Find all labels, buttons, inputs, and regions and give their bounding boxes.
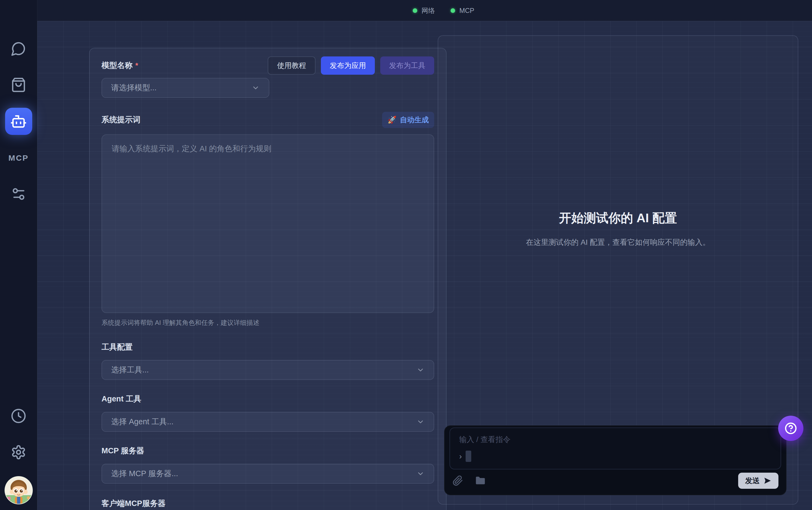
chat-empty-subtitle: 在这里测试你的 AI 配置，查看它如何响应不同的输入。: [438, 237, 798, 248]
user-avatar[interactable]: [5, 476, 33, 504]
mcp-status: MCP: [451, 7, 475, 15]
chevron-down-icon: [417, 470, 424, 478]
publish-as-app-button[interactable]: 发布为应用: [321, 56, 375, 75]
mcp-server-select[interactable]: 选择 MCP 服务器...: [101, 464, 434, 484]
test-chat-panel: 开始测试你的 AI 配置 在这里测试你的 AI 配置，查看它如何响应不同的输入。…: [438, 35, 798, 505]
agent-config-card: 模型名称* 使用教程 发布为应用 发布为工具 请选择模型... 系统提示词 🚀 …: [89, 48, 447, 510]
chat-empty-title: 开始测试你的 AI 配置: [438, 210, 798, 227]
message-circle-icon: [11, 41, 26, 56]
rocket-icon: 🚀: [388, 116, 397, 124]
sidebar: MCP: [0, 0, 37, 510]
publish-as-tool-button[interactable]: 发布为工具: [380, 56, 434, 75]
system-prompt-label: 系统提示词: [101, 114, 141, 125]
tools-select[interactable]: 选择工具...: [101, 360, 434, 380]
text-cursor: [465, 451, 471, 462]
gear-icon: [11, 445, 26, 460]
settings-nav-button[interactable]: [11, 445, 26, 460]
client-mcp-server-label: 客户端MCP服务器: [101, 498, 434, 509]
agent-tools-label: Agent 工具: [101, 394, 434, 404]
open-folder-button[interactable]: [475, 475, 486, 486]
mcp-status-dot: [451, 8, 455, 13]
chat-empty-state: 开始测试你的 AI 配置 在这里测试你的 AI 配置，查看它如何响应不同的输入。: [438, 210, 798, 248]
chevron-down-icon: [251, 84, 260, 92]
mcp-settings-nav-button[interactable]: [11, 186, 26, 202]
system-prompt-textarea[interactable]: [101, 134, 434, 313]
terminal-prompt-line: ›: [459, 451, 772, 462]
tutorial-button[interactable]: 使用教程: [268, 56, 315, 75]
robot-icon: [10, 113, 27, 130]
auto-generate-label: 自动生成: [400, 115, 429, 125]
history-nav-button[interactable]: [11, 408, 26, 424]
help-fab-button[interactable]: [778, 416, 804, 441]
tools-config-label: 工具配置: [101, 342, 434, 352]
mcp-status-label: MCP: [459, 7, 475, 15]
sidebar-mcp-label: MCP: [8, 153, 29, 163]
chat-input-placeholder: 输入 / 查看指令: [459, 434, 772, 445]
tools-select-placeholder: 选择工具...: [111, 365, 149, 375]
sliders-icon: [11, 186, 26, 202]
store-nav-button[interactable]: [11, 77, 26, 93]
top-status-bar: 网络 MCP: [37, 0, 812, 21]
chat-toolbar: 发送: [450, 473, 781, 489]
send-button-label: 发送: [745, 476, 760, 486]
attach-file-button[interactable]: [452, 475, 463, 486]
mcp-server-select-placeholder: 选择 MCP 服务器...: [111, 469, 178, 479]
folder-icon: [475, 475, 486, 486]
chat-nav-button[interactable]: [11, 41, 26, 56]
model-select[interactable]: 请选择模型...: [101, 78, 269, 98]
chat-input-container: 输入 / 查看指令 › 发送: [444, 425, 786, 495]
send-icon: [763, 477, 772, 485]
prompt-chevron: ›: [459, 452, 462, 460]
agent-builder-nav-button-active[interactable]: [5, 108, 32, 135]
network-status-dot: [413, 8, 417, 13]
mcp-server-label: MCP 服务器: [101, 446, 434, 456]
help-icon: [784, 422, 798, 435]
send-button[interactable]: 发送: [738, 473, 778, 489]
auto-generate-button[interactable]: 🚀 自动生成: [382, 112, 434, 128]
model-name-label: 模型名称*: [101, 60, 138, 71]
required-asterisk: *: [136, 61, 138, 69]
chevron-down-icon: [417, 366, 424, 374]
chevron-down-icon: [417, 418, 424, 426]
main-content-area: 模型名称* 使用教程 发布为应用 发布为工具 请选择模型... 系统提示词 🚀 …: [37, 21, 812, 510]
shopping-bag-icon: [11, 77, 26, 93]
system-prompt-helper-text: 系统提示词将帮助 AI 理解其角色和任务，建议详细描述: [101, 318, 434, 327]
network-status: 网络: [413, 6, 435, 15]
network-status-label: 网络: [422, 6, 435, 15]
clock-icon: [11, 408, 26, 424]
model-select-placeholder: 请选择模型...: [111, 83, 156, 93]
chat-message-input[interactable]: 输入 / 查看指令 ›: [450, 427, 781, 470]
connection-indicators: 网络 MCP: [413, 6, 475, 15]
agent-tools-select-placeholder: 选择 Agent 工具...: [111, 417, 174, 427]
agent-tools-select[interactable]: 选择 Agent 工具...: [101, 412, 434, 432]
paperclip-icon: [452, 475, 463, 486]
